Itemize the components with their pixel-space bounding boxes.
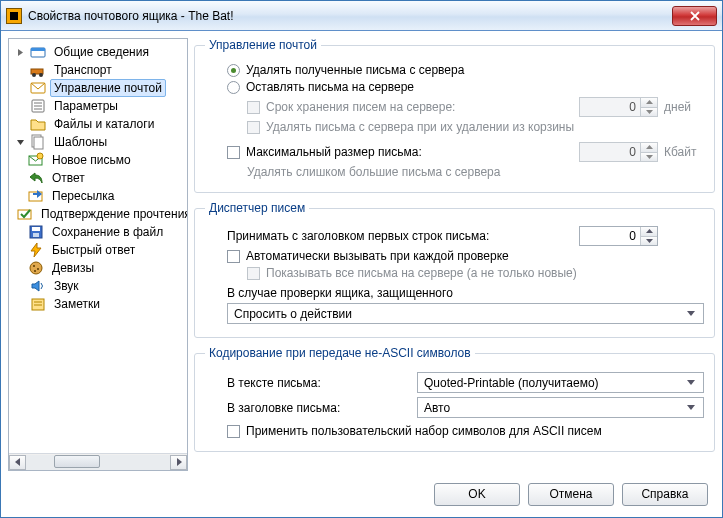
check-apply-ascii-label: Применить пользовательский набор символо…: [246, 424, 602, 438]
spin-keep-days: [579, 97, 658, 117]
protected-label: В случае проверки ящика, защищенного: [227, 286, 453, 300]
group-dispatcher: Диспетчер писем Принимать с заголовком п…: [194, 201, 715, 338]
max-size-unit: Кбайт: [664, 145, 704, 159]
transport-icon: [30, 62, 46, 78]
svg-point-13: [37, 153, 43, 159]
titlebar[interactable]: Свойства почтового ящика - The Bat!: [1, 1, 722, 31]
spin-header-lines-input[interactable]: [580, 227, 640, 245]
ok-button[interactable]: OK: [434, 483, 520, 506]
check-delete-on-trash-label: Удалять письма с сервера при их удалении…: [266, 120, 574, 134]
notes-icon: [30, 296, 46, 312]
svg-rect-1: [31, 48, 45, 51]
tree-item-tpl-forward[interactable]: Пересылка: [11, 187, 185, 205]
check-auto-invoke[interactable]: [227, 250, 240, 263]
select-header-encoding[interactable]: Авто: [417, 397, 704, 418]
svg-rect-17: [32, 227, 40, 231]
group-encoding-legend: Кодирование при передаче не-ASCII символ…: [205, 346, 475, 360]
window-title: Свойства почтового ящика - The Bat!: [28, 9, 672, 23]
radio-leave-on-server[interactable]: [227, 81, 240, 94]
tree-h-scrollbar[interactable]: [9, 453, 187, 470]
keep-days-unit: дней: [664, 100, 704, 114]
radio-delete-from-server[interactable]: [227, 64, 240, 77]
group-encoding: Кодирование при передаче не-ASCII символ…: [194, 346, 715, 452]
help-button[interactable]: Справка: [622, 483, 708, 506]
check-show-all: [247, 267, 260, 280]
group-dispatcher-legend: Диспетчер писем: [205, 201, 309, 215]
spin-up-button[interactable]: [641, 227, 657, 237]
app-icon: [6, 8, 22, 24]
select-body-encoding[interactable]: Quoted-Printable (получитаемо): [417, 372, 704, 393]
confirm-icon: [17, 206, 33, 222]
svg-rect-18: [33, 233, 39, 237]
tree-item-files[interactable]: Файлы и каталоги: [11, 115, 185, 133]
cancel-button[interactable]: Отмена: [528, 483, 614, 506]
scroll-thumb[interactable]: [54, 455, 100, 468]
tree-item-templates[interactable]: Шаблоны: [11, 133, 185, 151]
save-icon: [28, 224, 44, 240]
check-max-size-label: Максимальный размер письма:: [246, 145, 422, 159]
select-body-encoding-value: Quoted-Printable (получитаемо): [424, 376, 599, 390]
footer: OK Отмена Справка: [1, 471, 722, 517]
check-max-size[interactable]: [227, 146, 240, 159]
delete-large-label: Удалять слишком большие письма с сервера: [247, 165, 500, 179]
close-button[interactable]: [672, 6, 717, 26]
spin-down-button[interactable]: [641, 237, 657, 246]
tree-item-tpl-cookies[interactable]: Девизы: [11, 259, 185, 277]
select-protected-value: Спросить о действии: [234, 307, 352, 321]
tree-item-tpl-quick[interactable]: Быстрый ответ: [11, 241, 185, 259]
tree-item-sound[interactable]: Звук: [11, 277, 185, 295]
forward-icon: [28, 188, 44, 204]
radio-leave-label: Оставлять письма на сервере: [246, 80, 414, 94]
window: Свойства почтового ящика - The Bat! Общи…: [0, 0, 723, 518]
tree-item-tpl-confirm[interactable]: Подтверждение прочтения: [11, 205, 185, 223]
spin-max-size: [579, 142, 658, 162]
reply-icon: [28, 170, 44, 186]
chevron-down-icon: [683, 405, 699, 410]
close-icon: [690, 11, 700, 21]
content-pane: Управление почтой Удалять полученные пис…: [194, 38, 715, 471]
select-header-encoding-value: Авто: [424, 401, 450, 415]
tree-item-params[interactable]: Параметры: [11, 97, 185, 115]
folder-icon: [30, 116, 46, 132]
radio-delete-label: Удалять полученные письма с сервера: [246, 63, 464, 77]
cookies-icon: [28, 260, 44, 276]
header-encoding-label: В заголовке письма:: [227, 401, 407, 415]
tree[interactable]: Общие сведения Транспорт Управление почт…: [9, 39, 187, 453]
tree-item-tpl-save[interactable]: Сохранение в файл: [11, 223, 185, 241]
tree-item-general[interactable]: Общие сведения: [11, 43, 185, 61]
spin-keep-days-input: [580, 98, 640, 116]
templates-icon: [30, 134, 46, 150]
group-mail-management: Управление почтой Удалять полученные пис…: [194, 38, 715, 193]
spin-header-lines[interactable]: [579, 226, 658, 246]
scroll-left-button[interactable]: [9, 455, 26, 470]
tree-item-transport[interactable]: Транспорт: [11, 61, 185, 79]
select-protected-action[interactable]: Спросить о действии: [227, 303, 704, 324]
svg-point-3: [32, 73, 36, 77]
check-show-all-label: Показывать все письма на сервере (а не т…: [266, 266, 577, 280]
group-mail-management-legend: Управление почтой: [205, 38, 321, 52]
spin-max-size-input: [580, 143, 640, 161]
svg-point-19: [30, 262, 42, 274]
new-mail-icon: [28, 152, 44, 168]
check-keep-days-label: Срок хранения писем на сервере:: [266, 100, 455, 114]
svg-rect-11: [34, 137, 43, 149]
body-encoding-label: В тексте письма:: [227, 376, 407, 390]
header-lines-label: Принимать с заголовком первых строк пись…: [227, 229, 489, 243]
scroll-track[interactable]: [26, 455, 170, 470]
tree-item-tpl-reply[interactable]: Ответ: [11, 169, 185, 187]
tree-item-mail-management[interactable]: Управление почтой: [11, 79, 185, 97]
tree-item-notes[interactable]: Заметки: [11, 295, 185, 313]
svg-point-21: [37, 268, 39, 270]
svg-point-4: [39, 73, 43, 77]
sound-icon: [30, 278, 46, 294]
check-keep-days: [247, 101, 260, 114]
quick-reply-icon: [28, 242, 44, 258]
svg-point-20: [33, 265, 35, 267]
info-icon: [30, 44, 46, 60]
tree-item-tpl-new[interactable]: Новое письмо: [11, 151, 185, 169]
chevron-down-icon: [683, 311, 699, 316]
check-apply-ascii-charset[interactable]: [227, 425, 240, 438]
check-delete-on-trash: [247, 121, 260, 134]
scroll-right-button[interactable]: [170, 455, 187, 470]
svg-point-22: [34, 270, 36, 272]
